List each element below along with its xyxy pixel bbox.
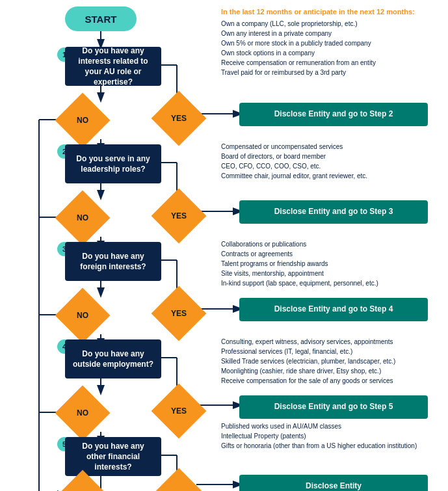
header-info: In the last 12 months or anticipate in t… <box>221 7 436 77</box>
info-3-3: Talent programs or friendship awards <box>221 259 436 269</box>
yes-diamond-4: YES <box>152 384 207 439</box>
question-box-4: Do you have any outside employment? <box>65 339 161 378</box>
no-diamond-1: NO <box>55 93 111 148</box>
info-4-1: Consulting, expert witness, advisory ser… <box>221 337 436 347</box>
info-item-4: Own stock options in a company <box>221 48 436 58</box>
start-label: START <box>85 14 117 25</box>
action-2: Disclose Entity and go to Step 3 <box>274 207 393 217</box>
no-diamond-4: NO <box>55 386 111 441</box>
question-2: Do you serve in any leadership roles? <box>72 153 155 174</box>
info-text-4: Consulting, expert witness, advisory ser… <box>221 337 436 386</box>
no-diamond-3: NO <box>55 288 111 343</box>
info-item-3: Own 5% or more stock in a publicly trade… <box>221 38 436 48</box>
question-1: Do you have any interests related to you… <box>72 46 155 88</box>
flowchart: START In the last 12 months or anticipat… <box>0 0 448 20</box>
no-diamond-2: NO <box>55 191 111 246</box>
question-3: Do you have any foreign interests? <box>72 251 155 272</box>
info-4-5: Receive compensation for the sale of any… <box>221 376 436 386</box>
no-label-4: NO <box>77 408 88 418</box>
info-5-2: Intellectual Property (patents) <box>221 431 436 441</box>
start-pill: START <box>65 7 137 31</box>
yes-label-2: YES <box>171 211 187 220</box>
yes-label-4: YES <box>171 406 187 416</box>
info-item-1: Own a company (LLC, sole proprietorship,… <box>221 19 436 29</box>
info-item-5: Receive compensation or remuneration fro… <box>221 58 436 68</box>
info-4-2: Professional services (IT, legal, financ… <box>221 347 436 356</box>
yes-label-1: YES <box>171 114 187 123</box>
no-label-2: NO <box>77 213 88 222</box>
action-box-1: Disclose Entity and go to Step 2 <box>239 103 428 126</box>
question-box-3: Do you have any foreign interests? <box>65 242 161 281</box>
action-5: Disclose Entity <box>306 481 362 491</box>
info-3-1: Collaborations or publications <box>221 239 436 249</box>
info-2-3: CEO, CFO, CCO, COO, CSO, etc. <box>221 161 436 171</box>
info-item-2: Own any interest in a private company <box>221 29 436 38</box>
info-text-5: Published works used in AU/AUM classes I… <box>221 421 436 451</box>
info-5-3: Gifts or honoraria (other than from a US… <box>221 441 436 451</box>
question-4: Do you have any outside employment? <box>72 349 155 369</box>
action-box-5: Disclose Entity <box>239 475 428 491</box>
info-item-6: Travel paid for or reimbursed by a 3rd p… <box>221 68 436 77</box>
action-box-3: Disclose Entity and go to Step 4 <box>239 298 428 321</box>
action-box-4: Disclose Entity and go to Step 5 <box>239 395 428 419</box>
yes-label-3: YES <box>171 309 187 318</box>
action-4: Disclose Entity and go to Step 5 <box>274 402 393 412</box>
info-text-2: Compensated or uncompensated services Bo… <box>221 142 436 181</box>
info-3-2: Contracts or agreements <box>221 249 436 259</box>
question-box-1: Do you have any interests related to you… <box>65 47 161 86</box>
question-box-5: Do you have any other financial interest… <box>65 437 161 476</box>
no-label-3: NO <box>77 311 88 320</box>
header-text: In the last 12 months or anticipate in t… <box>221 7 436 18</box>
info-4-4: Moonlighting (cashier, ride share driver… <box>221 366 436 376</box>
info-5-1: Published works used in AU/AUM classes <box>221 421 436 431</box>
info-text-3: Collaborations or publications Contracts… <box>221 239 436 288</box>
action-1: Disclose Entity and go to Step 2 <box>274 109 393 120</box>
no-label-1: NO <box>77 116 88 125</box>
info-2-4: Committee chair, journal editor, grant r… <box>221 171 436 181</box>
action-3: Disclose Entity and go to Step 4 <box>274 304 393 315</box>
info-3-4: Site visits, mentorship, appointment <box>221 269 436 278</box>
info-3-5: In-kind support (lab space, equipment, p… <box>221 278 436 288</box>
question-box-2: Do you serve in any leadership roles? <box>65 144 161 183</box>
info-2-2: Board of directors, or board member <box>221 152 436 161</box>
info-2-1: Compensated or uncompensated services <box>221 142 436 152</box>
info-4-3: Skilled Trade services (electrician, plu… <box>221 356 436 366</box>
question-5: Do you have any other financial interest… <box>72 441 155 473</box>
action-box-2: Disclose Entity and go to Step 3 <box>239 200 428 224</box>
yes-diamond-1: YES <box>152 91 207 146</box>
yes-diamond-2: YES <box>152 189 207 244</box>
yes-diamond-3: YES <box>152 286 207 341</box>
